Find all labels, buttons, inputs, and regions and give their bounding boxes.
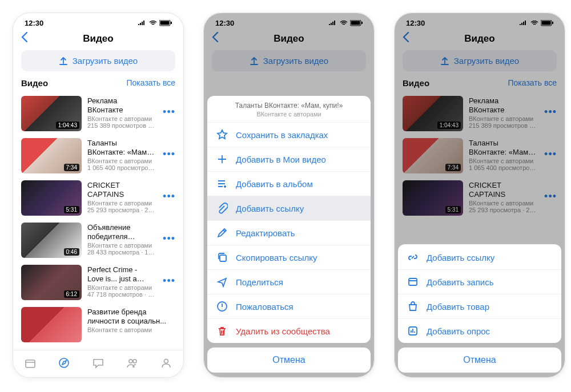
page-title: Видео bbox=[395, 33, 565, 45]
svg-rect-14 bbox=[542, 21, 551, 25]
copy-icon bbox=[216, 252, 228, 263]
back-button[interactable] bbox=[212, 32, 219, 45]
video-title: Развитие бренда личности в социальн... bbox=[87, 308, 175, 325]
more-button[interactable]: ••• bbox=[160, 138, 175, 160]
video-title: Объявление победителя конкурса... bbox=[87, 223, 155, 241]
section-header: Видео Показать все bbox=[395, 78, 565, 92]
video-row: 7:34 Таланты ВКонтакте: «Мам, купи!» ВКо… bbox=[395, 135, 565, 177]
nav-header: Видео bbox=[395, 29, 565, 50]
show-all-link: Показать все bbox=[508, 78, 557, 88]
status-bar: 12:30 bbox=[13, 13, 183, 29]
video-stats: 25 293 просмотра · 21 окт... bbox=[87, 207, 155, 213]
attachment-icon bbox=[216, 203, 228, 214]
page-title: Видео bbox=[204, 33, 374, 45]
more-button[interactable]: ••• bbox=[160, 180, 175, 203]
action-add-album[interactable]: Добавить в альбом bbox=[207, 171, 371, 196]
svg-point-4 bbox=[59, 358, 69, 367]
action-add-link[interactable]: Добавить ссылку bbox=[398, 245, 561, 269]
svg-point-6 bbox=[133, 359, 136, 363]
action-sheet-header: Таланты ВКонтакте: «Мам, купи!» ВКонтакт… bbox=[207, 96, 371, 122]
video-row[interactable]: 0:46 Объявление победителя конкурса... В… bbox=[13, 219, 183, 261]
wifi-icon bbox=[340, 21, 348, 26]
more-button[interactable]: ••• bbox=[160, 96, 175, 118]
chevron-left-icon bbox=[403, 32, 409, 42]
video-row: 1:04:43 Реклама ВКонтакте ВКонтакте с ав… bbox=[395, 92, 565, 135]
svg-point-7 bbox=[164, 359, 168, 363]
video-author: ВКонтакте с авторами bbox=[87, 200, 155, 207]
svg-rect-9 bbox=[351, 21, 360, 25]
upload-video-button: Загрузить видео bbox=[403, 50, 557, 71]
tab-discover[interactable] bbox=[58, 357, 70, 371]
upload-icon bbox=[59, 56, 68, 66]
video-thumbnail[interactable]: 6:12 bbox=[21, 265, 82, 300]
video-thumbnail[interactable]: 7:34 bbox=[21, 138, 82, 173]
action-delete[interactable]: Удалить из сообщества bbox=[207, 318, 371, 343]
svg-rect-16 bbox=[409, 278, 417, 285]
svg-rect-13 bbox=[541, 20, 552, 26]
sheet-subtitle: ВКонтакте с авторами bbox=[215, 111, 363, 118]
wifi-icon bbox=[149, 21, 157, 26]
action-edit[interactable]: Редактировать bbox=[207, 220, 371, 245]
status-time: 12:30 bbox=[406, 19, 425, 27]
action-add-product[interactable]: Добавить товар bbox=[398, 294, 561, 318]
more-button[interactable]: ••• bbox=[160, 265, 175, 287]
wifi-icon bbox=[530, 21, 538, 26]
video-title: CRICKET CAPTAINS bbox=[87, 181, 155, 199]
section-header: Видео Показать все bbox=[13, 78, 183, 92]
back-button[interactable] bbox=[403, 32, 409, 45]
upload-video-button[interactable]: Загрузить видео bbox=[21, 50, 175, 71]
status-indicators bbox=[138, 20, 172, 26]
tab-messages[interactable] bbox=[92, 357, 104, 371]
cell-signal-icon bbox=[328, 21, 337, 26]
video-row[interactable]: 6:12 Perfect Crime - Love is... just a C… bbox=[13, 261, 183, 304]
action-save-bookmark[interactable]: Сохранить в закладках bbox=[207, 122, 371, 147]
video-row[interactable]: Развитие бренда личности в социальн... В… bbox=[13, 304, 183, 346]
cell-signal-icon bbox=[138, 21, 147, 26]
more-button[interactable]: ••• bbox=[160, 223, 175, 245]
video-thumbnail[interactable] bbox=[21, 307, 82, 342]
video-row[interactable]: 7:34 Таланты ВКонтакте: «Мам, купи!» ВКо… bbox=[13, 135, 183, 177]
action-copy-link[interactable]: Скопировать ссылку bbox=[207, 245, 371, 269]
back-button[interactable] bbox=[21, 32, 28, 45]
playlist-add-icon bbox=[216, 178, 228, 189]
video-stats: 215 389 просмотров · 19... bbox=[87, 122, 155, 129]
video-list: 1:04:43 Реклама ВКонтакте ВКонтакте с ав… bbox=[13, 92, 183, 378]
action-sheet: Добавить ссылку Добавить запись Добавить… bbox=[398, 244, 561, 373]
battery-icon bbox=[350, 20, 363, 26]
svg-rect-10 bbox=[361, 22, 363, 24]
tab-feed[interactable] bbox=[24, 357, 37, 371]
video-thumbnail[interactable]: 0:46 bbox=[21, 223, 82, 258]
tab-friends[interactable] bbox=[126, 357, 139, 371]
section-title: Видео bbox=[21, 78, 48, 88]
action-add-post[interactable]: Добавить запись bbox=[398, 269, 561, 294]
video-stats: 47 718 просмотров · 16 ок... bbox=[87, 291, 155, 298]
action-sheet-cancel[interactable]: Отмена bbox=[398, 347, 561, 373]
svg-rect-15 bbox=[552, 22, 553, 24]
more-button: ••• bbox=[542, 180, 557, 203]
battery-icon bbox=[159, 20, 172, 26]
share-icon bbox=[216, 276, 228, 288]
action-add-poll[interactable]: Добавить опрос bbox=[398, 318, 561, 343]
nav-header: Видео bbox=[204, 29, 374, 50]
video-thumbnail[interactable]: 5:31 bbox=[21, 180, 82, 216]
status-time: 12:30 bbox=[25, 19, 43, 27]
more-button: ••• bbox=[542, 96, 557, 118]
video-author: ВКонтакте с авторами bbox=[87, 284, 155, 291]
video-thumbnail[interactable]: 1:04:43 bbox=[21, 96, 82, 131]
action-report[interactable]: Пожаловаться bbox=[207, 294, 371, 318]
action-sheet-body: Таланты ВКонтакте: «Мам, купи!» ВКонтакт… bbox=[207, 96, 371, 343]
action-add-my-videos[interactable]: Добавить в Мои видео bbox=[207, 147, 371, 171]
status-indicators bbox=[519, 20, 553, 26]
video-row[interactable]: 5:31 CRICKET CAPTAINS ВКонтакте с автора… bbox=[13, 177, 183, 219]
tab-profile[interactable] bbox=[160, 357, 172, 371]
status-bar: 12:30 bbox=[395, 13, 565, 29]
status-indicators bbox=[328, 20, 363, 26]
poll-icon bbox=[407, 325, 419, 337]
action-share[interactable]: Поделиться bbox=[207, 269, 371, 294]
action-sheet-cancel[interactable]: Отмена bbox=[207, 347, 371, 373]
svg-rect-2 bbox=[171, 22, 172, 24]
pencil-icon bbox=[216, 227, 228, 239]
show-all-link[interactable]: Показать все bbox=[127, 78, 175, 88]
action-add-link[interactable]: Добавить ссылку bbox=[207, 196, 371, 220]
video-row[interactable]: 1:04:43 Реклама ВКонтакте ВКонтакте с ав… bbox=[13, 92, 183, 135]
